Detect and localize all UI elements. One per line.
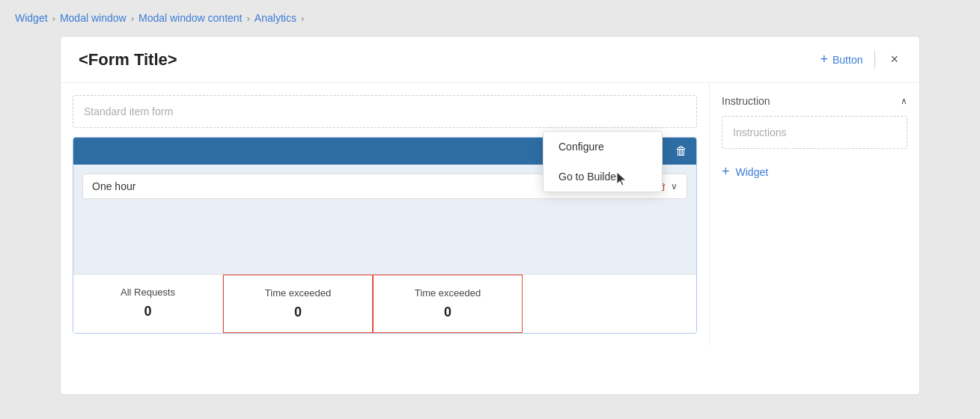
trash-icon[interactable]: 🗑 bbox=[672, 141, 690, 161]
add-icon: + bbox=[820, 52, 828, 67]
standard-item-placeholder: Standard item form bbox=[84, 105, 173, 117]
left-panel: Standard item form ⚙ 🗑 One hour 🗑 bbox=[61, 83, 710, 346]
menu-item-go-to-builder[interactable]: Go to Builder bbox=[544, 162, 662, 192]
breadcrumb-sep-2: › bbox=[131, 13, 134, 24]
dropdown-chevron-icon[interactable]: ∨ bbox=[671, 181, 678, 192]
breadcrumb: Widget › Modal window › Modal window con… bbox=[0, 0, 980, 36]
form-title: <Form Title> bbox=[79, 50, 177, 70]
stat-value-time-exceeded-2: 0 bbox=[386, 305, 510, 320]
instruction-chevron-icon[interactable]: ∧ bbox=[901, 96, 907, 106]
add-button-label: Button bbox=[833, 54, 862, 66]
instruction-header: Instruction ∧ bbox=[722, 95, 907, 107]
stat-value-all-requests: 0 bbox=[85, 304, 210, 319]
breadcrumb-sep-1: › bbox=[52, 13, 55, 24]
main-content: <Form Title> + Button × Standard item fo… bbox=[0, 36, 980, 395]
card-body: Standard item form ⚙ 🗑 One hour 🗑 bbox=[61, 83, 919, 346]
dropdown-value: One hour bbox=[92, 180, 136, 192]
stat-label-all-requests: All Requests bbox=[85, 287, 210, 298]
card-header-actions: + Button × bbox=[820, 49, 901, 70]
breadcrumb-modal-window-content[interactable]: Modal window content bbox=[139, 12, 243, 24]
add-widget-icon: + bbox=[722, 164, 730, 180]
stat-all-requests: All Requests 0 bbox=[73, 275, 223, 333]
menu-item-configure[interactable]: Configure bbox=[544, 132, 662, 162]
widget-spacer bbox=[82, 205, 687, 265]
add-widget-label: Widget bbox=[736, 166, 769, 178]
card-header: <Form Title> + Button × bbox=[61, 37, 919, 83]
instruction-field[interactable]: Instructions bbox=[722, 116, 907, 149]
breadcrumb-analytics[interactable]: Analytics bbox=[255, 12, 296, 24]
stat-value-time-exceeded-1: 0 bbox=[236, 305, 360, 320]
stat-empty bbox=[523, 275, 696, 333]
form-card: <Form Title> + Button × Standard item fo… bbox=[60, 36, 920, 395]
stat-time-exceeded-2: Time exceeded 0 bbox=[373, 275, 523, 333]
header-divider bbox=[874, 51, 875, 69]
close-button[interactable]: × bbox=[887, 49, 901, 70]
breadcrumb-sep-3: › bbox=[247, 13, 250, 24]
context-menu: Configure Go to Builder bbox=[543, 131, 663, 192]
breadcrumb-widget[interactable]: Widget bbox=[15, 12, 48, 24]
stat-time-exceeded-1: Time exceeded 0 bbox=[223, 275, 373, 333]
add-widget-button[interactable]: + Widget bbox=[722, 164, 907, 180]
add-button[interactable]: + Button bbox=[820, 52, 862, 67]
instruction-placeholder: Instructions bbox=[733, 126, 787, 138]
right-panel: Instruction ∧ Instructions + Widget bbox=[710, 83, 919, 346]
stat-label-time-exceeded-1: Time exceeded bbox=[236, 287, 360, 299]
standard-item-form-field[interactable]: Standard item form bbox=[73, 95, 697, 128]
instruction-title: Instruction bbox=[722, 95, 770, 107]
breadcrumb-sep-4: › bbox=[301, 13, 304, 24]
breadcrumb-modal-window[interactable]: Modal window bbox=[60, 12, 127, 24]
stats-row: All Requests 0 Time exceeded 0 Time exce… bbox=[73, 274, 696, 333]
stat-label-time-exceeded-2: Time exceeded bbox=[386, 287, 510, 299]
